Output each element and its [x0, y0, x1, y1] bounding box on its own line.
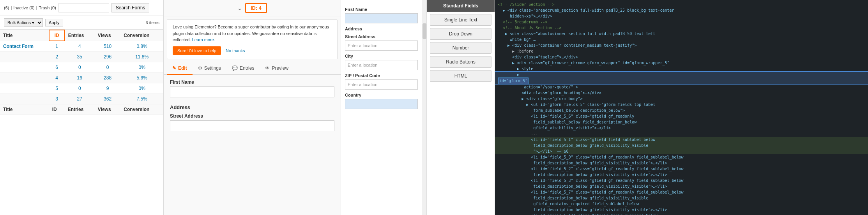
sf-drop-down[interactable]: Drop Down [430, 28, 491, 40]
row-title [0, 62, 49, 73]
bulk-filter-row: Bulk Actions ▾ Apply 6 items [0, 16, 163, 30]
row-title [0, 94, 49, 104]
sf-radio-buttons[interactable]: Radio Buttons [430, 56, 491, 68]
row-entries: 16 [65, 73, 95, 83]
row-views: 9 [95, 83, 121, 94]
preview-city-placeholder: Enter a location [345, 60, 418, 70]
standard-fields-title: Standard Fields [427, 0, 495, 12]
row-entries: 0 [65, 83, 95, 94]
col-id[interactable]: ID [49, 30, 65, 41]
bulk-action-select[interactable]: Bulk Actions ▾ [4, 18, 43, 27]
footer-entries: Entries [65, 104, 95, 115]
preview-first-name-label: First Name [345, 7, 418, 12]
code-line: field_description_below gfield_visibilit… [495, 160, 868, 166]
form-preview-panel: First Name Address Street Address Enter … [341, 0, 427, 215]
row-entries: 27 [65, 94, 95, 104]
row-title: Contact Form [0, 41, 49, 52]
tab-edit[interactable]: ✎ Edit [167, 62, 193, 75]
tab-preview-label: Preview [272, 65, 288, 71]
col-title[interactable]: Title [0, 30, 49, 41]
row-id: 4 [49, 73, 65, 83]
tab-edit-label: Edit [178, 65, 187, 71]
code-line: <li id="field_5_6" class="gfield gf_read… [495, 113, 868, 119]
editor-fields: First Name Address Street Address [164, 75, 341, 215]
sf-number[interactable]: Number [430, 42, 491, 54]
preview-first-name-input[interactable] [345, 13, 418, 23]
inactive-link[interactable]: Inactive (0) [13, 5, 34, 10]
settings-icon: ⚙ [198, 65, 202, 71]
code-line: ▶ id="gform_5" [495, 72, 868, 84]
code-line: ▶ <ul id="gform_fields_5" class="gform_f… [495, 102, 868, 108]
preview-country-input[interactable] [345, 99, 418, 109]
tab-settings-label: Settings [204, 65, 221, 71]
separator: | [11, 5, 12, 10]
trash-link[interactable]: Trash (0) [39, 5, 56, 10]
preview-fields: First Name Address Street Address Enter … [341, 0, 422, 215]
search-forms-button[interactable]: Search Forms [111, 3, 149, 12]
code-line: <div class="gform_heading">…</div> [495, 90, 868, 96]
row-title [0, 52, 49, 62]
row-conversion: 5.6% [120, 73, 163, 83]
tab-settings[interactable]: ⚙ Settings [193, 62, 226, 75]
learn-more-link[interactable]: Learn more. [192, 37, 215, 42]
preview-zip-label: ZIP / Postal Code [345, 73, 418, 78]
preview-street-label: Street Address [345, 34, 418, 39]
row-id: 6 [49, 62, 65, 73]
footer-title: Title [0, 104, 49, 115]
table-row: 2 35 296 11.8% [0, 52, 163, 62]
notice-buttons: Sure! I'd love to help No thanks [173, 46, 332, 55]
col-conversion[interactable]: Conversion [120, 30, 163, 41]
preview-icon: 👁 [265, 65, 270, 71]
separator2: | [36, 5, 37, 10]
form-editor-panel: ⌄ ID: 4 Love using Elementor? Become a s… [164, 0, 341, 215]
editor-top-bar: ⌄ ID: 4 [164, 0, 341, 16]
row-views: 510 [95, 41, 121, 52]
forms-table: Title ID Entries Views Conversion Contac… [0, 30, 163, 115]
first-name-input[interactable] [170, 86, 334, 97]
code-line: <li id="field_5_2" class="gfield gf_read… [495, 166, 868, 172]
row-conversion: 7.5% [120, 94, 163, 104]
code-line: field_description_below gfield_visibilit… [495, 195, 868, 201]
notice-text: Love using Elementor? Become a super con… [173, 24, 332, 43]
sf-html[interactable]: HTML [430, 70, 491, 82]
row-id: 5 [49, 83, 65, 94]
row-entries: 0 [65, 62, 95, 73]
code-line: gfield_contains_required field_sublabel_… [495, 201, 868, 207]
btn-no-thanks[interactable]: No thanks [224, 46, 247, 55]
code-line: ▶ <div class="container container_medium… [495, 42, 868, 48]
scrollbar-thumb[interactable] [423, 23, 426, 39]
table-row: 3 27 362 7.5% [0, 94, 163, 104]
total-count: (6) [4, 5, 9, 10]
row-conversion: 0% [120, 83, 163, 94]
apply-button[interactable]: Apply [45, 19, 63, 26]
btn-sure[interactable]: Sure! I'd love to help [173, 46, 221, 55]
code-line: ▶ <div class="breadcrumb_section full-wi… [495, 7, 868, 13]
preview-street-placeholder: Enter a location [345, 41, 418, 51]
col-entries[interactable]: Entries [65, 30, 95, 41]
id-badge: ID: 4 [245, 3, 267, 13]
row-views: 288 [95, 73, 121, 83]
code-line: hidden-xs">…</div> [495, 13, 868, 19]
code-line: <li id="field_5_3" class="gfield gf_read… [495, 178, 868, 183]
sf-single-line-text[interactable]: Single Line Text [430, 14, 491, 26]
row-conversion: 11.8% [120, 52, 163, 62]
code-line: ▶ style [495, 66, 868, 72]
preview-scrollbar[interactable] [422, 0, 426, 215]
tab-entries-label: Entries [240, 65, 254, 71]
tab-entries[interactable]: 💬 Entries [226, 62, 260, 75]
row-views: 362 [95, 94, 121, 104]
code-line: <li id="field_5_7" class="gfield gf_read… [495, 189, 868, 195]
forms-toolbar: (6) | Inactive (0) | Trash (0) Search Fo… [0, 0, 163, 16]
footer-conversion: Conversion [120, 104, 163, 115]
chevron-icon[interactable]: ⌄ [237, 5, 242, 11]
street-address-input[interactable] [170, 120, 334, 131]
table-row: 4 16 288 5.6% [0, 73, 163, 83]
row-title [0, 83, 49, 94]
col-views[interactable]: Views [95, 30, 121, 41]
tab-preview[interactable]: 👁 Preview [260, 62, 294, 75]
code-line: field_sublabel_below field_description_b… [495, 119, 868, 125]
elementor-notice: Love using Elementor? Become a super con… [167, 19, 338, 59]
search-forms-input[interactable] [58, 3, 109, 12]
form-link[interactable]: Contact Form [3, 44, 34, 49]
status-links: (6) | Inactive (0) | Trash (0) [4, 5, 56, 10]
